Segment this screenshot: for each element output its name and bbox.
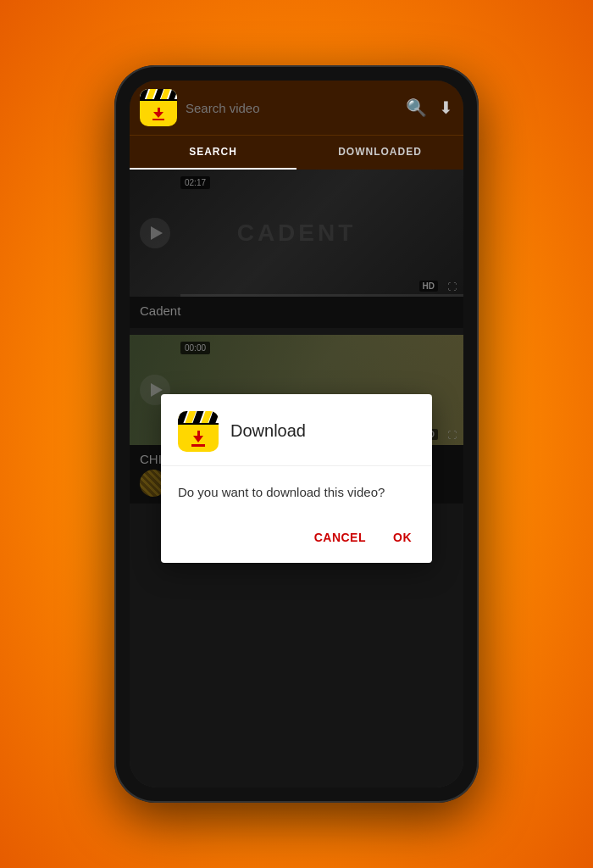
cancel-button[interactable]: CANCEL xyxy=(308,526,373,549)
dialog-body: Do you want to download this video? xyxy=(161,466,432,520)
tabs-bar: SEARCH DOWNLOADED xyxy=(130,135,463,170)
download-icon[interactable]: ⬇ xyxy=(439,97,453,118)
dialog-message: Do you want to download this video? xyxy=(178,483,415,503)
dialog-overlay[interactable]: Download Do you want to download this vi… xyxy=(130,170,463,787)
app-logo xyxy=(140,89,177,126)
phone-screen: 🔍 ⬇ SEARCH DOWNLOADED Cadent 02:17 xyxy=(130,81,463,787)
download-bar-icon xyxy=(191,444,205,447)
dialog-app-logo xyxy=(178,411,219,452)
ok-button[interactable]: OK xyxy=(386,526,418,549)
search-input[interactable] xyxy=(186,101,397,115)
dialog-title: Download xyxy=(230,421,306,441)
tab-downloaded[interactable]: DOWNLOADED xyxy=(296,136,463,170)
tab-search[interactable]: SEARCH xyxy=(130,136,296,170)
download-dialog: Download Do you want to download this vi… xyxy=(161,394,432,564)
search-icon[interactable]: 🔍 xyxy=(406,97,427,118)
phone-frame: 🔍 ⬇ SEARCH DOWNLOADED Cadent 02:17 xyxy=(114,65,479,803)
dialog-actions: CANCEL OK xyxy=(161,519,432,563)
header-icons: 🔍 ⬇ xyxy=(406,97,453,118)
top-bar: 🔍 ⬇ xyxy=(130,81,463,135)
content-area: Cadent 02:17 HD ⛶ Cadent xyxy=(130,170,463,787)
download-arrow-icon xyxy=(193,436,203,442)
dialog-header: Download xyxy=(161,394,432,466)
